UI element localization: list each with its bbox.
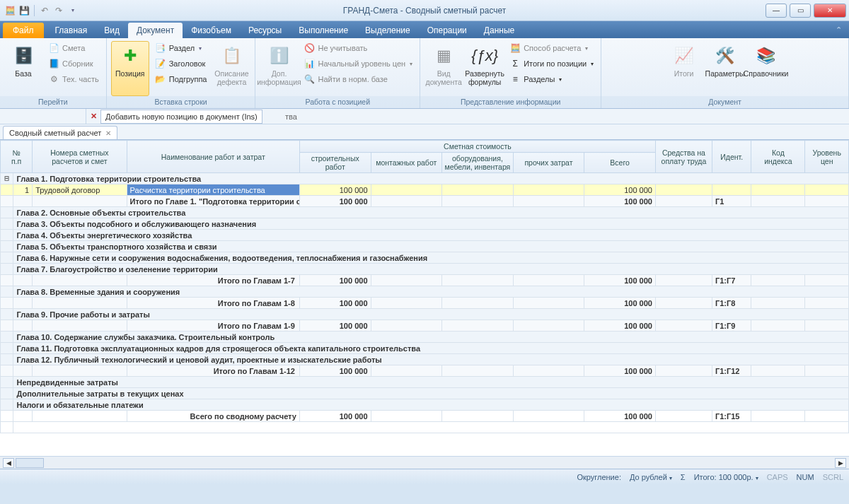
defect-icon: 📋 <box>220 45 243 67</box>
sprav-button[interactable]: 📚 Справочники <box>747 41 785 96</box>
app-icon: 🧮 <box>4 5 16 16</box>
status-bar: Округление: До рублей ▾ Σ Итого: 100 000… <box>0 469 849 484</box>
table-row[interactable]: Итого по Главам 1-12100 000100 000Г1:Г12 <box>1 365 849 377</box>
table-row[interactable]: Итого по Главам 1-9100 000100 000Г1:Г9 <box>1 320 849 332</box>
level-icon: 📊 <box>304 58 315 69</box>
spreadsheet[interactable]: № п.п Номера сметных расчетов и смет Наи… <box>0 140 849 456</box>
table-row[interactable]: 1Трудовой договорРасчистка территории ст… <box>1 184 849 196</box>
formula-bar: ✕ Добавить новую позицию в документ (Ins… <box>0 109 849 124</box>
razdel-button[interactable]: 📑Раздел▾ <box>152 41 210 55</box>
redo-icon[interactable]: ↷ <box>53 5 64 16</box>
tab-document[interactable]: Документ <box>128 23 183 38</box>
expand-icon[interactable]: ⊟ <box>1 173 13 184</box>
document-icon: 📄 <box>48 42 59 54</box>
findnorm-button[interactable]: 🔍Найти в норм. базе <box>301 72 415 86</box>
table-row[interactable]: Итого по Главе 1. "Подготовка территории… <box>1 196 849 207</box>
table-row[interactable] <box>1 422 849 433</box>
dopinfo-button[interactable]: ℹ️ Доп. информация <box>260 41 298 96</box>
horizontal-scrollbar[interactable]: ◀ ▶ <box>0 456 849 469</box>
group-label-workpos: Работа с позицией <box>255 96 420 108</box>
scroll-left-icon[interactable]: ◀ <box>3 458 14 468</box>
smeta-button[interactable]: 📄Смета <box>45 41 102 55</box>
zagolovok-button[interactable]: 📝Заголовок <box>152 57 210 71</box>
col-labor[interactable]: Средства на оплату труда <box>655 141 712 173</box>
defect-button[interactable]: 📋 Описание дефекта <box>212 41 250 96</box>
tab-physvolume[interactable]: Физобъем <box>183 23 240 38</box>
col-ref[interactable]: Номера сметных расчетов и смет <box>33 141 127 173</box>
table-row[interactable]: Непредвиденные затраты <box>1 377 849 388</box>
col-c1[interactable]: строительных работ <box>299 153 371 173</box>
itogi-button[interactable]: 📈 Итоги <box>665 41 703 96</box>
minimize-button[interactable]: — <box>766 4 787 18</box>
position-button[interactable]: ✚ Позиция <box>111 41 149 96</box>
table-row[interactable]: Глава 9. Прочие работы и затраты <box>1 309 849 320</box>
table-row[interactable]: Глава 10. Содержание службы заказчика. С… <box>1 332 849 343</box>
razdely-button[interactable]: ≡Разделы▾ <box>507 72 596 86</box>
col-name[interactable]: Наименование работ и затрат <box>127 141 299 173</box>
sum-value: 100 000р. <box>719 473 753 481</box>
qat-dropdown-icon[interactable]: ▾ <box>67 5 79 16</box>
itogipos-button[interactable]: ΣИтоги по позиции▾ <box>507 57 596 71</box>
doc-tab[interactable]: Сводный сметный расчет ✕ <box>3 126 117 139</box>
tab-execution[interactable]: Выполнение <box>290 23 357 38</box>
tab-data[interactable]: Данные <box>475 23 523 38</box>
podgruppa-button[interactable]: 📂Подгруппа <box>152 72 210 86</box>
scroll-thumb[interactable] <box>16 458 44 468</box>
doc-tab-close-icon[interactable]: ✕ <box>105 129 111 137</box>
scroll-right-icon[interactable]: ▶ <box>835 458 846 468</box>
tab-selection[interactable]: Выделение <box>357 23 419 38</box>
close-button[interactable]: ✕ <box>814 4 846 18</box>
rounding-value[interactable]: До рублей ▾ <box>630 473 672 481</box>
ribbon-group-doc: 📈 Итоги 🛠️ Параметры 📚 Справочники Докум… <box>601 38 849 108</box>
search-icon: 🔍 <box>304 74 315 85</box>
undo-icon[interactable]: ↶ <box>39 5 50 16</box>
params-button[interactable]: 🛠️ Параметры <box>706 41 744 96</box>
tab-resources[interactable]: Ресурсы <box>240 23 290 38</box>
cancel-input-button[interactable]: ✕ <box>86 112 101 121</box>
initlevel-button[interactable]: 📊Начальный уровень цен▾ <box>301 57 415 71</box>
table-row[interactable]: Глава 5. Объекты транспортного хозяйства… <box>1 241 849 252</box>
col-cost-group[interactable]: Сметная стоимость <box>299 141 655 153</box>
col-lvl[interactable]: Уровень цен <box>805 141 849 173</box>
sbornik-button[interactable]: 📘Сборник <box>45 57 102 71</box>
col-c4[interactable]: прочих затрат <box>513 153 584 173</box>
ribbon-collapse-icon[interactable]: ⌃ <box>836 25 842 35</box>
data-table: № п.п Номера сметных расчетов и смет Наи… <box>0 140 849 433</box>
tab-main[interactable]: Главная <box>47 23 96 38</box>
file-tab[interactable]: Файл <box>3 23 44 38</box>
calcmethod-button[interactable]: 🧮Способ расчета▾ <box>507 41 596 55</box>
table-row[interactable]: Глава 12. Публичный технологический и це… <box>1 354 849 365</box>
maximize-button[interactable]: ▭ <box>790 4 811 18</box>
col-c5[interactable]: Всего <box>584 153 656 173</box>
table-row[interactable]: Глава 2. Основные объекты строительства <box>1 207 849 218</box>
col-c3[interactable]: оборудования, мебели, инвентаря <box>442 153 514 173</box>
table-row[interactable]: Глава 11. Подготовка эксплуатационных ка… <box>1 343 849 354</box>
save-icon[interactable]: 💾 <box>18 5 30 16</box>
viddoc-button[interactable]: ▦ Вид документа <box>424 41 463 96</box>
table-row[interactable]: ⊟Глава 1. Подготовка территории строител… <box>1 173 849 184</box>
group-label-goto: Перейти <box>0 96 106 108</box>
table-row[interactable]: Налоги и обязательные платежи <box>1 399 849 411</box>
table-row[interactable]: Глава 8. Временные здания и сооружения <box>1 286 849 298</box>
table-row[interactable]: Итого по Главам 1-7100 000100 000Г1:Г7 <box>1 275 849 286</box>
table-row[interactable]: Итого по Главам 1-8100 000100 000Г1:Г8 <box>1 298 849 309</box>
formulas-button[interactable]: {ƒx} Развернуть формулы <box>466 41 504 96</box>
table-row[interactable]: Всего по сводному расчету100 000100 000Г… <box>1 411 849 422</box>
col-c2[interactable]: монтажных работ <box>371 153 442 173</box>
table-row[interactable]: Дополнительные затраты в текущих ценах <box>1 388 849 399</box>
table-row[interactable]: Глава 6. Наружные сети и сооружения водо… <box>1 252 849 264</box>
col-ident[interactable]: Идент. <box>712 141 751 173</box>
table-row[interactable]: Глава 3. Объекты подсобного и обслуживаю… <box>1 218 849 230</box>
base-button[interactable]: 🗄️ База <box>4 41 42 96</box>
table-icon: ▦ <box>432 45 455 67</box>
col-idx[interactable]: Код индекса <box>751 141 805 173</box>
tab-operations[interactable]: Операции <box>419 23 475 38</box>
totals-icon: 📈 <box>673 45 695 67</box>
techpart-button[interactable]: ⚙Тех. часть <box>45 72 102 86</box>
tab-view[interactable]: Вид <box>96 23 128 38</box>
table-row[interactable]: Глава 4. Объекты энергетического хозяйст… <box>1 230 849 241</box>
table-row[interactable]: Глава 7. Благоустройство и озеленение те… <box>1 264 849 275</box>
col-num[interactable]: № п.п <box>1 141 33 173</box>
tooltip: Добавить новую позицию в документ (Ins) <box>100 110 262 124</box>
ignore-button[interactable]: 🚫Не учитывать <box>301 41 415 55</box>
